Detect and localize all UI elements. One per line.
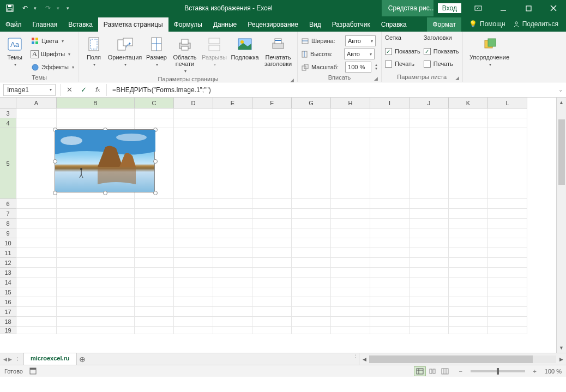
cell-L18[interactable] <box>488 317 527 327</box>
cell-E8[interactable] <box>213 219 252 228</box>
row-header-19[interactable]: 19 <box>0 327 16 334</box>
cell-A18[interactable] <box>16 317 57 327</box>
cell-A16[interactable] <box>16 297 57 307</box>
gridlines-print-checkbox[interactable]: Печать <box>385 58 420 69</box>
cell-D9[interactable] <box>174 228 213 238</box>
cell-I16[interactable] <box>370 297 410 307</box>
cell-B6[interactable] <box>57 199 135 209</box>
page-break-view-button[interactable] <box>439 366 451 376</box>
cell-K8[interactable] <box>449 219 488 228</box>
cell-C10[interactable] <box>135 238 174 248</box>
gridlines-view-checkbox[interactable]: ✓Показать <box>385 46 420 57</box>
redo-dropdown[interactable]: ▾ <box>57 5 62 11</box>
vertical-scroll-thumb[interactable] <box>558 119 565 185</box>
cell-E9[interactable] <box>213 228 252 238</box>
cell-G8[interactable] <box>292 219 331 228</box>
tab-page-layout[interactable]: Разметка страницы <box>98 17 168 32</box>
zoom-slider[interactable] <box>471 370 525 372</box>
cell-D6[interactable] <box>174 199 213 209</box>
cell-B8[interactable] <box>57 219 135 228</box>
formula-input[interactable]: =ВНЕДРИТЬ("Forms.Image.1";"") <box>109 84 555 96</box>
cell-A4[interactable] <box>16 118 57 128</box>
undo-button[interactable]: ↶ <box>19 2 32 15</box>
cell-H7[interactable] <box>331 209 370 219</box>
cell-H13[interactable] <box>331 268 370 278</box>
tab-help[interactable]: Справка <box>376 17 412 32</box>
cell-A19[interactable] <box>16 327 57 334</box>
cell-J14[interactable] <box>410 278 449 287</box>
cell-E18[interactable] <box>213 317 252 327</box>
cell-H16[interactable] <box>331 297 370 307</box>
cell-C15[interactable] <box>135 287 174 297</box>
cell-B12[interactable] <box>57 258 135 268</box>
cell-D11[interactable] <box>174 248 213 258</box>
cell-G7[interactable] <box>292 209 331 219</box>
cell-D3[interactable] <box>174 108 213 118</box>
cell-G18[interactable] <box>292 317 331 327</box>
embedded-image[interactable] <box>55 129 155 192</box>
scale-input[interactable]: 100 % <box>345 62 371 73</box>
cell-C4[interactable] <box>135 118 174 128</box>
share-button[interactable]: Поделиться <box>513 20 558 28</box>
cell-J12[interactable] <box>410 258 449 268</box>
cell-K15[interactable] <box>449 287 488 297</box>
column-header-C[interactable]: C <box>135 98 174 108</box>
cell-F4[interactable] <box>252 118 292 128</box>
cell-E7[interactable] <box>213 209 252 219</box>
fonts-button[interactable]: AШрифты▾ <box>29 48 75 60</box>
row-header-7[interactable]: 7 <box>0 209 16 219</box>
cell-A9[interactable] <box>16 228 57 238</box>
page-setup-launcher[interactable]: ◢ <box>290 77 294 83</box>
zoom-in-button[interactable]: + <box>532 368 538 375</box>
cell-G12[interactable] <box>292 258 331 268</box>
row-header-12[interactable]: 12 <box>0 258 16 268</box>
cell-E13[interactable] <box>213 268 252 278</box>
normal-view-button[interactable] <box>414 366 426 376</box>
cell-H10[interactable] <box>331 238 370 248</box>
cell-G6[interactable] <box>292 199 331 209</box>
cell-G19[interactable] <box>292 327 331 334</box>
cell-A12[interactable] <box>16 258 57 268</box>
cell-D4[interactable] <box>174 118 213 128</box>
cell-H5[interactable] <box>331 128 370 199</box>
ribbon-display-options[interactable] <box>466 0 491 16</box>
cell-I9[interactable] <box>370 228 410 238</box>
cell-E19[interactable] <box>213 327 252 334</box>
cell-K4[interactable] <box>449 118 488 128</box>
cell-G9[interactable] <box>292 228 331 238</box>
cell-L14[interactable] <box>488 278 527 287</box>
column-header-I[interactable]: I <box>370 98 410 108</box>
cell-K16[interactable] <box>449 297 488 307</box>
cell-C14[interactable] <box>135 278 174 287</box>
expand-formula-bar[interactable]: ⌄ <box>555 87 566 93</box>
cell-H6[interactable] <box>331 199 370 209</box>
cell-C18[interactable] <box>135 317 174 327</box>
column-header-J[interactable]: J <box>410 98 449 108</box>
margins-button[interactable]: Поля▾ <box>82 33 105 68</box>
cell-E6[interactable] <box>213 199 252 209</box>
scroll-up-arrow[interactable]: ▲ <box>557 98 566 107</box>
cell-I10[interactable] <box>370 238 410 248</box>
row-header-11[interactable]: 11 <box>0 248 16 258</box>
row-header-13[interactable]: 13 <box>0 268 16 278</box>
orientation-button[interactable]: Ориентация▾ <box>109 33 141 68</box>
tab-data[interactable]: Данные <box>208 17 242 32</box>
row-header-9[interactable]: 9 <box>0 228 16 238</box>
cell-D12[interactable] <box>174 258 213 268</box>
cell-D15[interactable] <box>174 287 213 297</box>
cell-A14[interactable] <box>16 278 57 287</box>
cell-B10[interactable] <box>57 238 135 248</box>
sheet-launcher[interactable]: ◢ <box>455 75 459 81</box>
cell-E11[interactable] <box>213 248 252 258</box>
cell-H3[interactable] <box>331 108 370 118</box>
cell-L19[interactable] <box>488 327 527 334</box>
cell-A13[interactable] <box>16 268 57 278</box>
maximize-button[interactable] <box>516 0 541 16</box>
fit-launcher[interactable]: ◢ <box>374 76 378 81</box>
cell-K9[interactable] <box>449 228 488 238</box>
cell-I6[interactable] <box>370 199 410 209</box>
tell-me-button[interactable]: 💡Помощн <box>469 20 505 28</box>
cell-B14[interactable] <box>57 278 135 287</box>
scroll-right-arrow[interactable]: ▶ <box>556 357 566 362</box>
size-button[interactable]: Размер▾ <box>144 33 168 68</box>
